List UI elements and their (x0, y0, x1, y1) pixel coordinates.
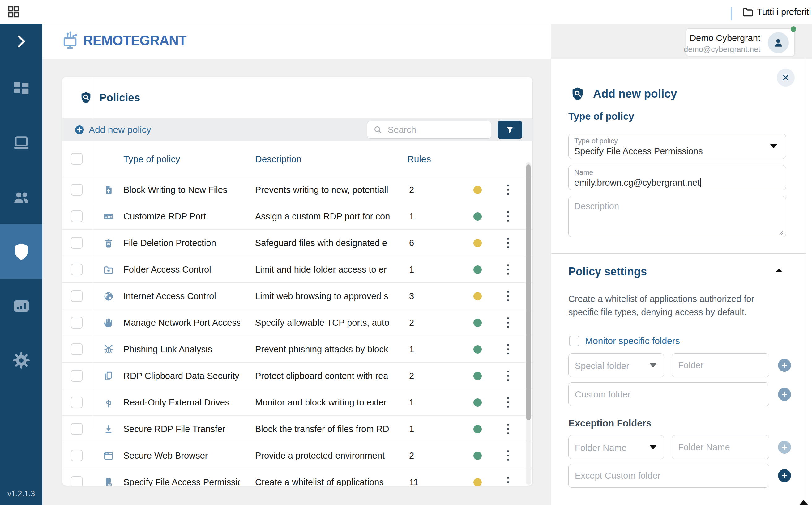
sidebar-item-settings[interactable] (0, 333, 42, 387)
table-row[interactable]: Folder Access Control Limit and hide fol… (62, 256, 532, 283)
sidebar-item-reports[interactable] (0, 279, 42, 333)
app-grid-button[interactable] (6, 4, 21, 19)
collapse-section-icon-clipped[interactable] (799, 500, 809, 505)
table-row[interactable]: Secure Web Browser Provide a protected e… (62, 442, 532, 469)
row-checkbox[interactable] (71, 476, 83, 486)
policy-status-dot (473, 478, 482, 486)
favorites-folder-icon[interactable] (741, 6, 754, 19)
avatar (768, 32, 789, 53)
select-all-checkbox[interactable] (71, 153, 83, 165)
table-scrollbar-track[interactable] (526, 162, 531, 485)
policy-title: RDP Clipboard Data Security (123, 371, 240, 381)
filter-button[interactable] (498, 121, 522, 139)
monitor-specific-folders-option[interactable]: Monitor specific folders (569, 336, 680, 346)
table-header: Type of policy Description Rules (62, 141, 532, 176)
row-menu-button[interactable] (505, 183, 511, 196)
add-except-custom-folder-button[interactable] (778, 469, 791, 482)
sidebar-item-policies[interactable] (0, 224, 42, 279)
sidebar-expand-button[interactable] (12, 33, 30, 50)
app-version: v1.2.1.3 (0, 489, 42, 498)
folder-input[interactable] (672, 354, 769, 377)
row-checkbox[interactable] (71, 317, 83, 329)
chevron-down-icon (650, 445, 657, 449)
add-new-policy-button[interactable]: Add new policy (75, 118, 151, 141)
policy-status-dot (473, 292, 482, 300)
row-checkbox[interactable] (71, 343, 83, 355)
plus-circle-icon (75, 125, 85, 135)
table-scrollbar-thumb[interactable] (526, 164, 531, 420)
policy-description-input[interactable] (569, 196, 786, 237)
sidebar-item-users[interactable] (0, 170, 42, 224)
column-header-type[interactable]: Type of policy (123, 154, 180, 164)
app-logo[interactable]: REMOTEGRANT (61, 30, 186, 51)
policy-title: Phishing Link Analysis (123, 344, 240, 354)
table-row[interactable]: Internet Access Control Limit web browsi… (62, 283, 532, 309)
table-row[interactable]: RDP Clipboard Data Security Protect clip… (62, 362, 532, 389)
row-checkbox[interactable] (71, 396, 83, 408)
row-menu-button[interactable] (505, 396, 511, 409)
except-custom-folder-input[interactable] (569, 464, 769, 487)
policy-status-dot (473, 186, 482, 194)
table-row[interactable]: Read-Only External Drives Monitor and bl… (62, 389, 532, 416)
row-menu-button[interactable] (505, 316, 511, 329)
table-row[interactable]: Customize RDP Port Assign a custom RDP p… (62, 203, 532, 230)
row-menu-button[interactable] (505, 263, 511, 276)
policy-status-dot (473, 452, 482, 460)
bug-icon (103, 344, 114, 355)
special-folder-select[interactable]: Special folder (568, 353, 664, 377)
table-row[interactable]: Specify File Access Permissions Create a… (62, 469, 532, 486)
policy-name-label: Name (574, 168, 593, 177)
row-checkbox[interactable] (71, 210, 83, 222)
policy-title: Internet Access Control (123, 291, 240, 301)
table-row[interactable]: Phishing Link Analysis Prevent phishing … (62, 336, 532, 362)
search-input[interactable] (388, 125, 481, 135)
monitor-folders-checkbox[interactable] (569, 336, 579, 346)
row-menu-button[interactable] (505, 236, 511, 249)
policy-status-dot (473, 239, 482, 247)
laptop-icon (12, 133, 31, 152)
add-exception-folder-button[interactable] (778, 441, 791, 454)
sidebar-item-dashboard[interactable] (0, 61, 42, 116)
favorites-label[interactable]: Tutti i preferiti (757, 7, 811, 17)
row-checkbox[interactable] (71, 184, 83, 196)
users-icon (12, 188, 31, 207)
row-menu-button[interactable] (505, 476, 511, 486)
table-row[interactable]: Manage Network Port Access Specify allow… (62, 309, 532, 336)
row-menu-button[interactable] (505, 449, 511, 462)
remotegrant-logo-icon (61, 30, 81, 51)
table-row[interactable]: Block Writing to New Files Prevents writ… (62, 176, 532, 203)
user-menu[interactable]: Demo Cybergrant demo@cybergrant.net (686, 28, 795, 56)
policy-name-field[interactable]: Name emily.brown.cg@cybergrant.net (568, 165, 786, 190)
policy-description: Limit and hide folder access to er (255, 265, 401, 275)
exception-folder-select[interactable]: Folder Name (568, 435, 664, 459)
custom-folder-input[interactable] (569, 383, 769, 406)
row-checkbox[interactable] (71, 450, 83, 462)
policy-rules-count: 1 (409, 424, 414, 434)
sidebar-item-devices[interactable] (0, 116, 42, 170)
row-checkbox[interactable] (71, 264, 83, 275)
add-special-folder-button[interactable] (778, 359, 791, 372)
row-menu-button[interactable] (505, 210, 511, 223)
policy-type-select[interactable]: Type of policy Specify File Access Permi… (568, 134, 786, 159)
except-custom-folder-input-wrap (568, 464, 769, 488)
row-checkbox[interactable] (71, 237, 83, 249)
add-custom-folder-button[interactable] (778, 388, 791, 401)
row-menu-button[interactable] (505, 290, 511, 303)
table-row[interactable]: File Deletion Protection Safeguard files… (62, 230, 532, 256)
row-menu-button[interactable] (505, 343, 511, 356)
exception-folder-input-wrap (672, 435, 769, 459)
row-checkbox[interactable] (71, 370, 83, 382)
close-panel-button[interactable] (777, 68, 795, 87)
policy-title: Specify File Access Permissions (123, 477, 240, 486)
row-checkbox[interactable] (71, 290, 83, 302)
row-menu-button[interactable] (505, 423, 511, 436)
table-row[interactable]: Secure RDP File Transfer Block the trans… (62, 416, 532, 442)
collapse-section-icon[interactable] (776, 268, 782, 272)
column-header-description[interactable]: Description (255, 154, 301, 164)
column-header-rules[interactable]: Rules (407, 154, 431, 164)
row-checkbox[interactable] (71, 423, 83, 435)
row-menu-button[interactable] (505, 369, 511, 382)
policy-rules-count: 1 (409, 397, 414, 408)
policy-settings-heading: Policy settings (568, 265, 647, 278)
exception-folder-input[interactable] (672, 436, 769, 459)
